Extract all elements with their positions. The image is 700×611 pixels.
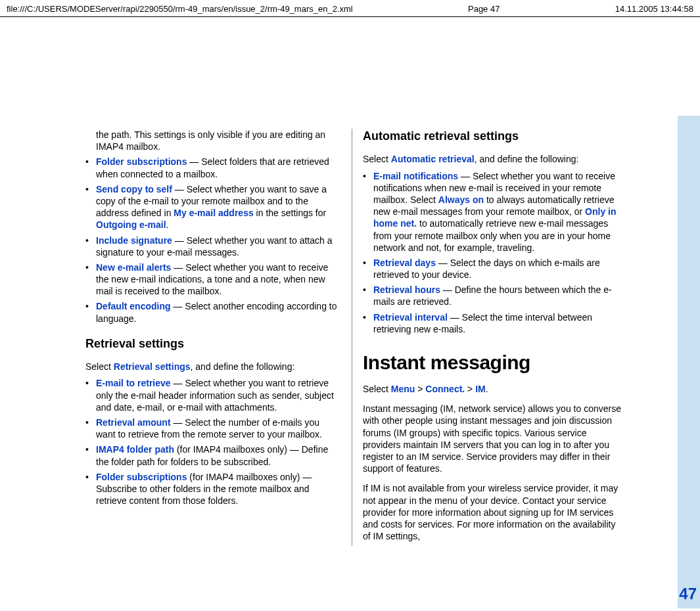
bullet-icon: • — [85, 156, 96, 179]
term: Folder subscriptions — [96, 156, 187, 167]
timestamp: 14.11.2005 13:44:58 — [615, 4, 693, 14]
page-indicator: Page 47 — [468, 4, 500, 14]
paragraph: If IM is not available from your wireles… — [363, 478, 622, 546]
text: , and define the following: — [475, 154, 579, 164]
chapter-heading: Instant messaging — [363, 338, 622, 379]
file-path: file:///C:/USERS/MODEServer/rapi/2290550… — [7, 4, 353, 14]
list-item: •Retrieval amount — Select the number of… — [85, 416, 341, 443]
retrieval-settings-list: •E-mail to retrieve — Select whether you… — [85, 376, 341, 509]
list-item: •E-mail to retrieve — Select whether you… — [85, 376, 341, 416]
bullet-icon: • — [85, 471, 96, 507]
term: Menu — [391, 384, 415, 394]
bullet-icon: • — [85, 377, 96, 413]
term: Always on — [438, 194, 484, 205]
section-heading: Retrieval settings — [85, 327, 341, 357]
bullet-icon: • — [363, 257, 373, 281]
term: IM — [475, 384, 486, 394]
term: Send copy to self — [96, 184, 172, 194]
list-item: •Send copy to self — Select whether you … — [85, 183, 341, 234]
page-body: Messages 47 the path. This settings is o… — [0, 17, 700, 607]
print-header: file:///C:/USERS/MODEServer/rapi/2290550… — [0, 0, 700, 17]
list-item: •IMAP4 folder path (for IMAP4 mailboxes … — [85, 443, 341, 470]
side-tab: Messages 47 — [678, 116, 700, 608]
bullet-icon: • — [85, 443, 96, 467]
term: My e-mail address — [174, 208, 253, 218]
list-text: Send copy to self — Select whether you w… — [96, 183, 341, 231]
list-item: •Default encoding — Select another encod… — [85, 300, 341, 327]
menu-path: Select Menu > Connect. > IM. — [363, 379, 622, 399]
term: E-mail notifications — [373, 171, 458, 181]
list-text: Retrieval hours — Define the hours betwe… — [373, 284, 622, 307]
list-text: Retrieval interval — Select the time int… — [373, 311, 622, 335]
list-text: Folder subscriptions (for IMAP4 mailboxe… — [96, 471, 341, 507]
bullet-icon: • — [363, 170, 373, 254]
bullet-icon: • — [85, 300, 96, 324]
list-text: New e-mail alerts — Select whether you w… — [96, 261, 341, 298]
term: Connect. — [425, 384, 465, 394]
left-column: the path. This settings is only visible … — [85, 129, 352, 546]
text: Select — [363, 384, 391, 394]
list-item: •Folder subscriptions (for IMAP4 mailbox… — [85, 470, 341, 510]
content-columns: the path. This settings is only visible … — [0, 17, 700, 553]
term: E-mail to retrieve — [96, 378, 171, 388]
desc: . — [166, 219, 169, 230]
bullet-icon: • — [85, 417, 96, 440]
term: Default encoding — [96, 301, 171, 311]
term: Retrieval days — [373, 258, 436, 268]
list-text: Folder subscriptions — Select folders th… — [96, 156, 341, 179]
list-text: Retrieval amount — Select the number of … — [96, 417, 341, 440]
list-item: •Retrieval days — Select the days on whi… — [363, 256, 622, 283]
list-item: •Retrieval hours — Define the hours betw… — [363, 283, 622, 310]
list-item: •Folder subscriptions — Select folders t… — [85, 155, 341, 182]
user-settings-list: •Folder subscriptions — Select folders t… — [85, 155, 341, 327]
term: Include signature — [96, 235, 172, 246]
text: Select — [85, 361, 114, 372]
right-column: Automatic retrieval settings Select Auto… — [352, 129, 622, 546]
intro-text: Select Automatic retrieval, and define t… — [363, 149, 622, 169]
term: Folder subscriptions — [96, 472, 187, 482]
bullet-icon: • — [85, 235, 96, 258]
list-text: E-mail notifications — Select whether yo… — [373, 170, 622, 254]
list-item: •E-mail notifications — Select whether y… — [363, 170, 622, 256]
desc: in the settings for — [254, 208, 327, 218]
term: Retrieval amount — [96, 417, 171, 428]
term: Retrieval settings — [114, 361, 191, 372]
side-tab-label: Messages — [697, 127, 700, 191]
term: New e-mail alerts — [96, 262, 171, 273]
sep: > — [465, 384, 475, 394]
auto-retrieval-list: •E-mail notifications — Select whether y… — [363, 170, 622, 338]
list-text: Retrieval days — Select the days on whic… — [373, 257, 622, 281]
text: , and define the following: — [191, 361, 295, 372]
list-text: Default encoding — Select another encodi… — [96, 300, 341, 324]
term: IMAP4 folder path — [96, 444, 174, 455]
list-text: Include signature — Select whether you w… — [96, 235, 341, 258]
bullet-icon: • — [363, 311, 373, 335]
sep: > — [415, 384, 425, 394]
term: Retrieval hours — [373, 284, 440, 295]
list-item: •New e-mail alerts — Select whether you … — [85, 261, 341, 300]
section-heading: Automatic retrieval settings — [363, 129, 622, 149]
term: Outgoing e-mail — [96, 219, 166, 230]
page-number: 47 — [679, 585, 697, 603]
list-text: E-mail to retrieve — Select whether you … — [96, 377, 341, 413]
term: Retrieval interval — [373, 312, 448, 323]
intro-text: Select Retrieval settings, and define th… — [85, 357, 341, 376]
bullet-icon: • — [85, 183, 96, 231]
list-item: •Retrieval interval — Select the time in… — [363, 311, 622, 338]
text: Select — [363, 154, 391, 164]
paragraph: Instant messaging (IM, network service) … — [363, 399, 622, 478]
continuation-text: the path. This settings is only visible … — [85, 129, 341, 155]
bullet-icon: • — [363, 284, 373, 307]
list-text: IMAP4 folder path (for IMAP4 mailboxes o… — [96, 443, 341, 467]
list-item: •Include signature — Select whether you … — [85, 234, 341, 261]
text: . — [486, 384, 488, 394]
bullet-icon: • — [85, 261, 96, 298]
term: Automatic retrieval — [391, 154, 475, 164]
